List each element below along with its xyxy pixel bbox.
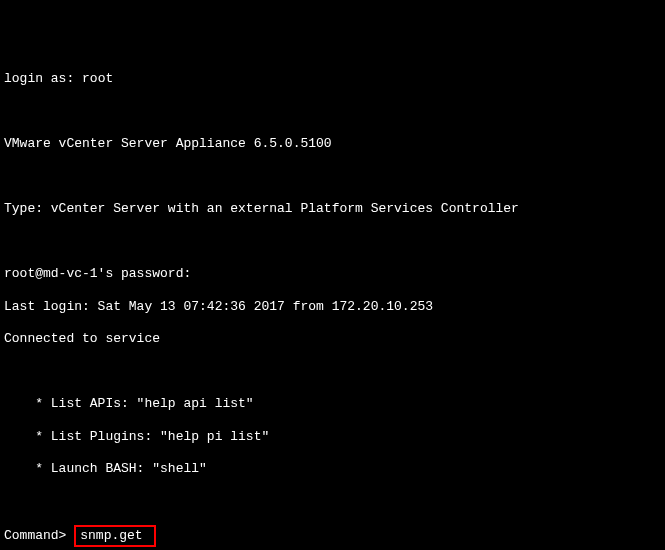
help-bash: * Launch BASH: "shell" <box>4 461 661 477</box>
help-plugins: * List Plugins: "help pi list" <box>4 429 661 445</box>
blank-line <box>4 234 661 250</box>
login-user: root <box>82 71 113 86</box>
blank-line <box>4 104 661 120</box>
command-input-highlight: snmp.get <box>74 525 156 547</box>
connected: Connected to service <box>4 331 661 347</box>
blank-line <box>4 169 661 185</box>
command-input-1[interactable]: snmp.get <box>80 528 142 543</box>
login-prompt: login as: <box>4 71 74 86</box>
command-line-1: Command> snmp.get <box>4 526 661 546</box>
help-apis: * List APIs: "help api list" <box>4 396 661 412</box>
banner-title: VMware vCenter Server Appliance 6.5.0.51… <box>4 136 661 152</box>
login-line: login as: root <box>4 71 661 87</box>
command-prompt-1: Command> <box>4 528 66 543</box>
password-prompt: root@md-vc-1's password: <box>4 266 661 282</box>
last-login: Last login: Sat May 13 07:42:36 2017 fro… <box>4 299 661 315</box>
banner-type: Type: vCenter Server with an external Pl… <box>4 201 661 217</box>
blank-line <box>4 364 661 380</box>
blank-line <box>4 494 661 510</box>
